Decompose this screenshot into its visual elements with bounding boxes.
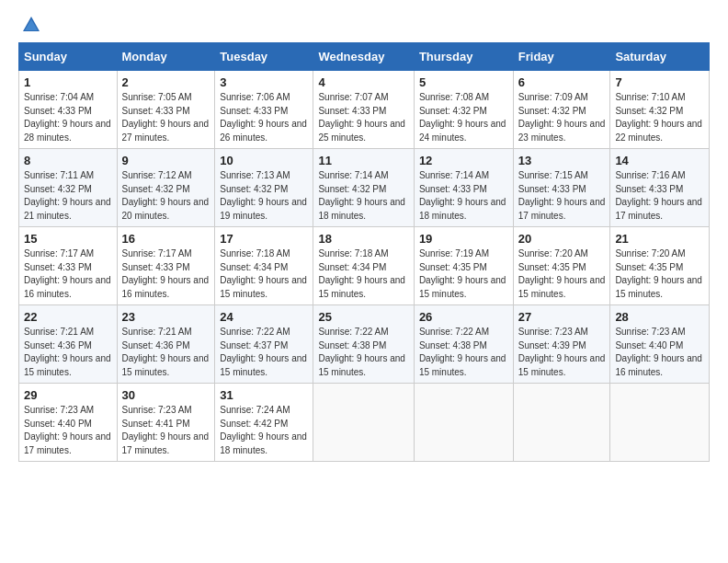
calendar-col-header: Friday: [513, 43, 610, 71]
calendar-cell: 7 Sunrise: 7:10 AMSunset: 4:32 PMDayligh…: [610, 71, 710, 149]
calendar-cell: 13 Sunrise: 7:15 AMSunset: 4:33 PMDaylig…: [513, 149, 610, 227]
day-number: 3: [220, 75, 308, 89]
calendar-cell: 8 Sunrise: 7:11 AMSunset: 4:32 PMDayligh…: [19, 149, 118, 227]
calendar-table: SundayMondayTuesdayWednesdayThursdayFrid…: [18, 42, 710, 462]
calendar-week-row: 1 Sunrise: 7:04 AMSunset: 4:33 PMDayligh…: [19, 71, 710, 149]
day-info: Sunrise: 7:23 AMSunset: 4:40 PMDaylight:…: [615, 327, 702, 377]
day-info: Sunrise: 7:21 AMSunset: 4:36 PMDaylight:…: [24, 327, 111, 377]
calendar-cell: 16 Sunrise: 7:17 AMSunset: 4:33 PMDaylig…: [117, 227, 215, 305]
calendar-cell: 23 Sunrise: 7:21 AMSunset: 4:36 PMDaylig…: [117, 305, 215, 384]
calendar-cell: 18 Sunrise: 7:18 AMSunset: 4:34 PMDaylig…: [313, 227, 414, 305]
calendar-col-header: Monday: [117, 43, 215, 71]
day-number: 19: [419, 232, 508, 246]
day-info: Sunrise: 7:04 AMSunset: 4:33 PMDaylight:…: [24, 92, 111, 143]
header: [18, 17, 710, 35]
day-number: 23: [122, 310, 210, 324]
day-number: 5: [419, 75, 508, 89]
day-number: 11: [318, 154, 408, 167]
day-number: 24: [220, 310, 308, 324]
calendar-week-row: 8 Sunrise: 7:11 AMSunset: 4:32 PMDayligh…: [19, 149, 710, 227]
calendar-cell: 25 Sunrise: 7:22 AMSunset: 4:38 PMDaylig…: [313, 305, 414, 384]
calendar-cell: [610, 384, 710, 462]
day-info: Sunrise: 7:13 AMSunset: 4:32 PMDaylight:…: [220, 170, 307, 221]
day-info: Sunrise: 7:23 AMSunset: 4:40 PMDaylight:…: [24, 405, 111, 455]
calendar-col-header: Saturday: [610, 43, 710, 71]
day-number: 12: [419, 154, 508, 167]
page: SundayMondayTuesdayWednesdayThursdayFrid…: [0, 0, 728, 563]
calendar-cell: 10 Sunrise: 7:13 AMSunset: 4:32 PMDaylig…: [215, 149, 313, 227]
calendar-cell: 15 Sunrise: 7:17 AMSunset: 4:33 PMDaylig…: [19, 227, 118, 305]
day-info: Sunrise: 7:22 AMSunset: 4:38 PMDaylight:…: [419, 327, 506, 377]
calendar-header-row: SundayMondayTuesdayWednesdayThursdayFrid…: [19, 43, 710, 71]
day-number: 26: [419, 310, 508, 324]
day-number: 4: [318, 75, 408, 89]
day-info: Sunrise: 7:08 AMSunset: 4:32 PMDaylight:…: [419, 92, 506, 143]
day-info: Sunrise: 7:17 AMSunset: 4:33 PMDaylight:…: [122, 248, 210, 299]
calendar-col-header: Tuesday: [215, 43, 313, 71]
day-info: Sunrise: 7:21 AMSunset: 4:36 PMDaylight:…: [122, 327, 210, 377]
calendar-cell: 26 Sunrise: 7:22 AMSunset: 4:38 PMDaylig…: [414, 305, 513, 384]
day-info: Sunrise: 7:20 AMSunset: 4:35 PMDaylight:…: [615, 248, 702, 299]
day-info: Sunrise: 7:10 AMSunset: 4:32 PMDaylight:…: [615, 92, 702, 143]
calendar-cell: 19 Sunrise: 7:19 AMSunset: 4:35 PMDaylig…: [414, 227, 513, 305]
calendar-cell: 1 Sunrise: 7:04 AMSunset: 4:33 PMDayligh…: [19, 71, 118, 149]
day-info: Sunrise: 7:09 AMSunset: 4:32 PMDaylight:…: [518, 92, 606, 143]
day-number: 6: [518, 75, 606, 89]
day-info: Sunrise: 7:16 AMSunset: 4:33 PMDaylight:…: [615, 170, 702, 221]
calendar-cell: 28 Sunrise: 7:23 AMSunset: 4:40 PMDaylig…: [610, 305, 710, 384]
day-info: Sunrise: 7:18 AMSunset: 4:34 PMDaylight:…: [220, 248, 307, 299]
day-info: Sunrise: 7:22 AMSunset: 4:37 PMDaylight:…: [220, 327, 307, 377]
calendar-cell: 5 Sunrise: 7:08 AMSunset: 4:32 PMDayligh…: [414, 71, 513, 149]
day-info: Sunrise: 7:15 AMSunset: 4:33 PMDaylight:…: [518, 170, 606, 221]
day-number: 17: [220, 232, 308, 246]
day-number: 31: [220, 388, 308, 402]
calendar-cell: 30 Sunrise: 7:23 AMSunset: 4:41 PMDaylig…: [117, 384, 215, 462]
calendar-week-row: 15 Sunrise: 7:17 AMSunset: 4:33 PMDaylig…: [19, 227, 710, 305]
day-number: 21: [615, 232, 704, 246]
day-number: 1: [24, 75, 112, 89]
day-number: 22: [24, 310, 112, 324]
day-info: Sunrise: 7:14 AMSunset: 4:32 PMDaylight:…: [318, 170, 405, 221]
calendar-cell: 20 Sunrise: 7:20 AMSunset: 4:35 PMDaylig…: [513, 227, 610, 305]
day-info: Sunrise: 7:17 AMSunset: 4:33 PMDaylight:…: [24, 248, 111, 299]
day-info: Sunrise: 7:23 AMSunset: 4:39 PMDaylight:…: [518, 327, 606, 377]
day-info: Sunrise: 7:12 AMSunset: 4:32 PMDaylight:…: [122, 170, 210, 221]
day-number: 9: [122, 154, 210, 167]
calendar-cell: 6 Sunrise: 7:09 AMSunset: 4:32 PMDayligh…: [513, 71, 610, 149]
calendar-cell: 9 Sunrise: 7:12 AMSunset: 4:32 PMDayligh…: [117, 149, 215, 227]
day-info: Sunrise: 7:06 AMSunset: 4:33 PMDaylight:…: [220, 92, 307, 143]
day-number: 27: [518, 310, 606, 324]
calendar-cell: 11 Sunrise: 7:14 AMSunset: 4:32 PMDaylig…: [313, 149, 414, 227]
day-number: 20: [518, 232, 606, 246]
calendar-week-row: 29 Sunrise: 7:23 AMSunset: 4:40 PMDaylig…: [19, 384, 710, 462]
calendar-cell: 22 Sunrise: 7:21 AMSunset: 4:36 PMDaylig…: [19, 305, 118, 384]
calendar-cell: 4 Sunrise: 7:07 AMSunset: 4:33 PMDayligh…: [313, 71, 414, 149]
calendar-cell: 29 Sunrise: 7:23 AMSunset: 4:40 PMDaylig…: [19, 384, 118, 462]
day-number: 7: [615, 75, 704, 89]
day-info: Sunrise: 7:14 AMSunset: 4:33 PMDaylight:…: [419, 170, 506, 221]
day-number: 28: [615, 310, 704, 324]
day-number: 10: [220, 154, 308, 167]
calendar-col-header: Sunday: [19, 43, 118, 71]
day-number: 29: [24, 388, 112, 402]
logo-icon: [21, 15, 41, 35]
day-number: 2: [122, 75, 210, 89]
calendar-cell: 17 Sunrise: 7:18 AMSunset: 4:34 PMDaylig…: [215, 227, 313, 305]
day-number: 15: [24, 232, 112, 246]
day-info: Sunrise: 7:20 AMSunset: 4:35 PMDaylight:…: [518, 248, 606, 299]
day-number: 16: [122, 232, 210, 246]
day-info: Sunrise: 7:23 AMSunset: 4:41 PMDaylight:…: [122, 405, 210, 455]
day-info: Sunrise: 7:24 AMSunset: 4:42 PMDaylight:…: [220, 405, 307, 455]
calendar-cell: 21 Sunrise: 7:20 AMSunset: 4:35 PMDaylig…: [610, 227, 710, 305]
day-number: 18: [318, 232, 408, 246]
calendar-cell: [513, 384, 610, 462]
calendar-cell: 24 Sunrise: 7:22 AMSunset: 4:37 PMDaylig…: [215, 305, 313, 384]
day-info: Sunrise: 7:07 AMSunset: 4:33 PMDaylight:…: [318, 92, 405, 143]
logo: [18, 17, 41, 35]
day-number: 30: [122, 388, 210, 402]
calendar-cell: 14 Sunrise: 7:16 AMSunset: 4:33 PMDaylig…: [610, 149, 710, 227]
day-info: Sunrise: 7:22 AMSunset: 4:38 PMDaylight:…: [318, 327, 405, 377]
calendar-cell: 12 Sunrise: 7:14 AMSunset: 4:33 PMDaylig…: [414, 149, 513, 227]
calendar-cell: 27 Sunrise: 7:23 AMSunset: 4:39 PMDaylig…: [513, 305, 610, 384]
day-info: Sunrise: 7:18 AMSunset: 4:34 PMDaylight:…: [318, 248, 405, 299]
